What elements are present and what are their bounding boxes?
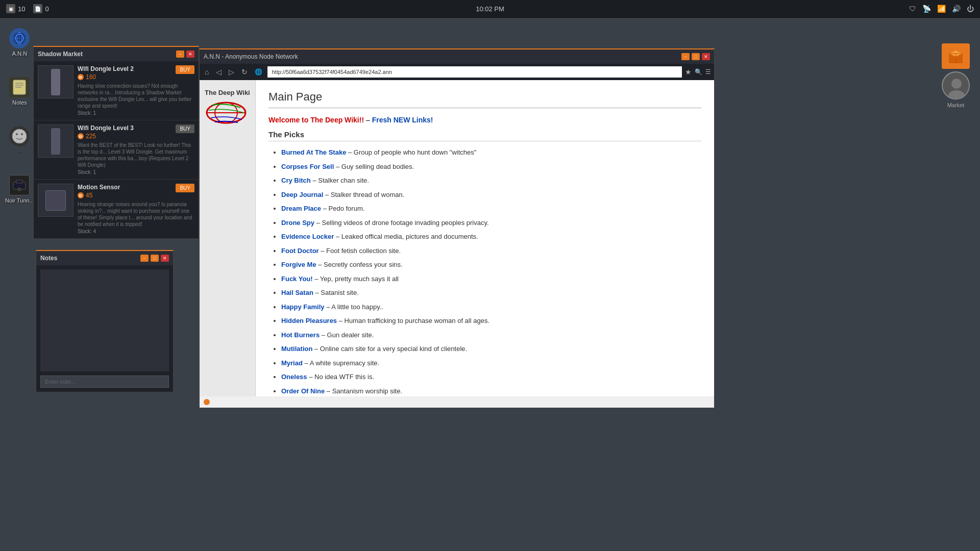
wiki-link-14[interactable]: Mutilation xyxy=(281,345,312,353)
noir-icon xyxy=(9,175,30,195)
wiki-link-11[interactable]: Happy Family xyxy=(281,303,325,311)
item-3-stock: Stock: 4 xyxy=(78,229,194,234)
market-item-2: Wifi Dongle Level 3 Ð 225 Want the BEST … xyxy=(34,120,199,180)
wiki-link-3[interactable]: Deep Journal xyxy=(281,191,323,198)
wiki-list-item-8: Forgive Me – Secretly confess your sins. xyxy=(281,260,701,270)
menu-icon[interactable]: ☰ xyxy=(705,68,711,76)
svg-point-14 xyxy=(18,188,21,191)
item-2-desc: Want the BEST of the BEST! Look no furth… xyxy=(78,142,194,168)
ann-icon xyxy=(9,28,30,48)
close-button[interactable]: ✕ xyxy=(186,51,194,58)
wiki-link-2[interactable]: Cry Bitch xyxy=(281,177,311,184)
taskbar-item-1[interactable]: ▣ 10 xyxy=(6,4,25,13)
wiki-link-desc-2: – Stalker chan site. xyxy=(311,177,369,184)
notes-title: Notes xyxy=(40,255,57,262)
wiki-link-12[interactable]: Hidden Pleasures xyxy=(281,317,337,324)
wiki-link-desc-0: – Group of people who hunt down "witches… xyxy=(346,148,476,156)
wiki-link-4[interactable]: Dream Place xyxy=(281,205,321,212)
back-button[interactable]: ◁ xyxy=(214,67,224,77)
wiki-list-item-5: Drone Spy – Selling videos of drone foot… xyxy=(281,218,701,228)
wiki-link-desc-3: – Stalker thread of woman. xyxy=(323,191,404,198)
market-item-3: Motion Sensor Ð 45 Hearing strange noise… xyxy=(34,180,199,239)
wiki-link-1[interactable]: Corpses For Sell xyxy=(281,163,334,170)
forward-button[interactable]: ▷ xyxy=(227,67,236,77)
browser-minimize-button[interactable]: − xyxy=(681,53,690,60)
notes-label: Notes xyxy=(12,99,27,106)
power-icon: ⏻ xyxy=(967,5,974,13)
volume-icon: 🔊 xyxy=(952,5,961,13)
notes-minimize-button[interactable]: − xyxy=(140,255,149,262)
url-bar[interactable] xyxy=(267,66,682,78)
ann-label: A.N.N xyxy=(12,51,27,57)
notes-maximize-button[interactable]: □ xyxy=(151,255,159,262)
item-1-image xyxy=(38,65,74,98)
desktop-icons: A.N.N Notes - Noir Tunn... xyxy=(5,28,34,204)
desktop-icon-face[interactable]: - xyxy=(5,126,34,155)
wiki-links-list: Burned At The Stake – Group of people wh… xyxy=(268,147,701,396)
avatar-icon[interactable] xyxy=(942,71,970,99)
wiki-link-10[interactable]: Hail Satan xyxy=(281,289,313,296)
wiki-link-17[interactable]: Order Of Nine xyxy=(281,387,325,395)
wiki-link-15[interactable]: Myriad xyxy=(281,359,303,367)
wiki-link-5[interactable]: Drone Spy xyxy=(281,219,314,227)
item-2-stock: Stock: 1 xyxy=(78,169,194,175)
shadow-market-controls: − ✕ xyxy=(176,51,194,58)
item-3-buy-button[interactable]: BUY xyxy=(176,184,194,192)
item-2-buy-button[interactable]: BUY xyxy=(176,124,194,133)
item-3-price: Ð 45 xyxy=(78,192,194,199)
wiki-list-item-7: Foot Doctor – Foot fetish collection sit… xyxy=(281,246,701,256)
bookmark-icon[interactable]: ★ xyxy=(685,68,692,76)
wifi-icon: 📶 xyxy=(937,5,946,13)
svg-point-10 xyxy=(16,133,18,135)
wiki-link-6[interactable]: Evidence Locker xyxy=(281,233,334,240)
zoom-icon[interactable]: 🔍 xyxy=(695,68,702,76)
wiki-list-item-14: Mutilation – Online cam site for a very … xyxy=(281,344,701,354)
wiki-link-desc-12: – Human trafficking to purchase woman of… xyxy=(337,317,489,324)
svg-rect-13 xyxy=(16,180,22,183)
wiki-list-item-16: Oneless – No idea WTF this is. xyxy=(281,372,701,382)
bitcoin-icon-2: Ð xyxy=(78,133,84,139)
notes-close-button[interactable]: ✕ xyxy=(161,255,169,262)
desktop-icon-ann[interactable]: A.N.N xyxy=(5,28,34,57)
svg-point-9 xyxy=(12,129,27,143)
svg-point-11 xyxy=(21,133,23,135)
taskbar-item-2[interactable]: 📄 0 xyxy=(33,4,48,13)
taskbar-left: ▣ 10 📄 0 xyxy=(6,4,49,13)
wiki-link-9[interactable]: Fuck You! xyxy=(281,275,313,283)
wiki-link-desc-7: – Foot fetish collection site. xyxy=(319,247,401,255)
package-icon[interactable] xyxy=(942,43,970,69)
item-1-buy-button[interactable]: BUY xyxy=(176,65,194,74)
wiki-page-title: Main Page xyxy=(268,90,701,108)
taskbar-icon-2: 📄 xyxy=(33,4,42,13)
taskbar-value-2: 0 xyxy=(45,5,48,13)
wiki-sidebar: The Deep Wiki xyxy=(200,80,256,396)
wiki-link-desc-9: – Yep, pretty much says it all xyxy=(313,275,399,283)
browser-maximize-button[interactable]: □ xyxy=(692,53,700,60)
wiki-list-item-9: Fuck You! – Yep, pretty much says it all xyxy=(281,274,701,284)
browser-close-button[interactable]: ✕ xyxy=(702,53,710,60)
wiki-list-item-17: Order Of Nine – Santanism worship site. xyxy=(281,386,701,396)
notes-input[interactable] xyxy=(40,375,169,388)
browser-titlebar: A.N.N - Anonymous Node Network − □ ✕ xyxy=(200,49,714,64)
desktop-icon-notes[interactable]: Notes xyxy=(5,77,34,106)
wiki-layout: The Deep Wiki xyxy=(200,80,714,396)
desktop-icon-noir[interactable]: Noir Tunn... xyxy=(5,175,34,204)
welcome-red: Welcome to The Deep Wiki!! xyxy=(268,116,364,124)
wiki-link-8[interactable]: Forgive Me xyxy=(281,261,316,268)
browser-controls: − □ ✕ xyxy=(681,53,710,60)
taskbar: ▣ 10 📄 0 10:02 PM 🛡 📡 📶 🔊 ⏻ xyxy=(0,0,980,18)
refresh-button[interactable]: ↻ xyxy=(239,67,250,77)
wiki-link-13[interactable]: Hot Burners xyxy=(281,331,320,339)
wiki-link-16[interactable]: Oneless xyxy=(281,373,307,381)
wiki-link-7[interactable]: Foot Doctor xyxy=(281,247,319,255)
wiki-link-desc-8: – Secretly confess your sins. xyxy=(316,261,403,268)
wiki-section: The Picks xyxy=(268,130,701,141)
wiki-link-0[interactable]: Burned At The Stake xyxy=(281,148,346,156)
home-button[interactable]: ⌂ xyxy=(203,67,211,77)
wiki-link-desc-11: – A little too happy.. xyxy=(325,303,383,311)
minimize-button[interactable]: − xyxy=(176,51,184,58)
wiki-list-item-11: Happy Family – A little too happy.. xyxy=(281,302,701,312)
wiki-link-desc-15: – A white supremacy site. xyxy=(303,359,379,367)
wiki-list-item-10: Hail Satan – Satanist site. xyxy=(281,288,701,298)
wiki-list-item-1: Corpses For Sell – Guy selling dead bodi… xyxy=(281,162,701,172)
